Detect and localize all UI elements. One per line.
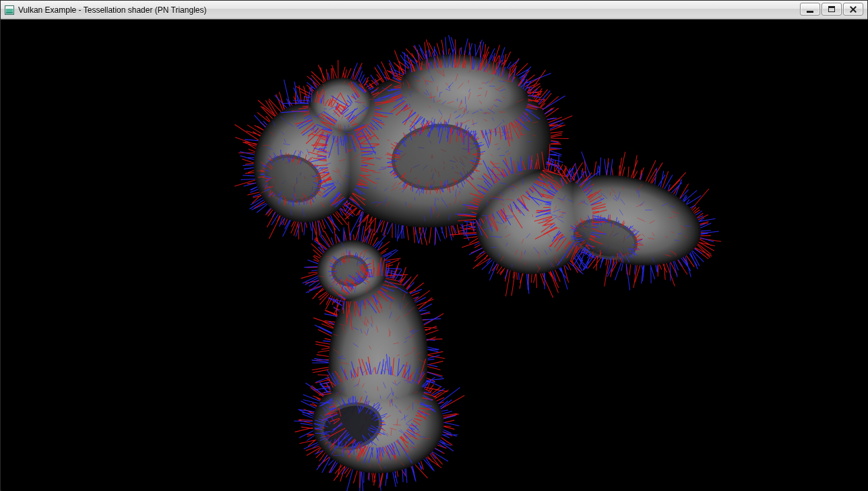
maximize-icon <box>828 6 835 12</box>
titlebar[interactable]: Vulkan Example - Tessellation shader (PN… <box>1 1 867 20</box>
close-button[interactable] <box>843 3 863 16</box>
window-controls <box>800 1 863 16</box>
app-icon <box>5 5 14 15</box>
close-icon <box>849 5 857 13</box>
tessellation-render <box>1 20 868 491</box>
app-window: Vulkan Example - Tessellation shader (PN… <box>0 0 868 491</box>
maximize-button[interactable] <box>822 3 842 16</box>
minimize-button[interactable] <box>800 3 820 16</box>
minimize-icon <box>807 11 813 13</box>
window-title: Vulkan Example - Tessellation shader (PN… <box>18 5 206 15</box>
render-viewport[interactable] <box>1 20 868 491</box>
